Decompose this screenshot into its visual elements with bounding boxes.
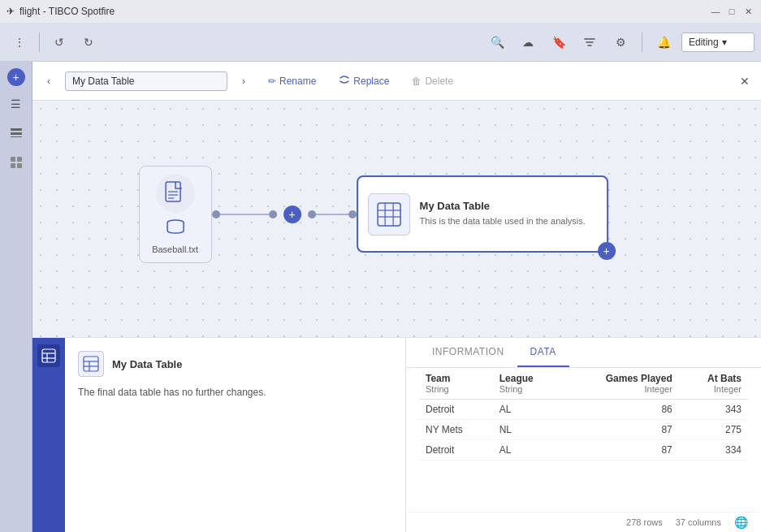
sidebar-data-btn[interactable] <box>5 151 28 174</box>
svg-rect-17 <box>42 349 55 362</box>
delete-label: Delete <box>425 76 453 87</box>
bottom-left-title: My Data Table <box>112 358 182 370</box>
dt-node-info: My Data Table This is the data table use… <box>420 200 597 227</box>
col-header-league: League String <box>493 368 562 400</box>
delete-button[interactable]: 🗑 Delete <box>404 72 461 90</box>
connector-dot-right <box>269 210 277 218</box>
col-header-at-bats: At Bats Integer <box>679 368 748 400</box>
svg-rect-0 <box>11 128 22 131</box>
connector-2 <box>308 214 357 215</box>
data-table-wrapper: Team String League String Games Played <box>406 368 761 512</box>
col-header-team: Team String <box>419 368 493 400</box>
connector2-dot-right <box>348 210 357 218</box>
panel-close-button[interactable]: ✕ <box>735 71 755 91</box>
cell-team-1: Detroit <box>419 400 493 420</box>
cell-games-2: 87 <box>562 420 679 440</box>
data-table-node[interactable]: My Data Table This is the data table use… <box>357 175 608 253</box>
row-count: 278 rows <box>626 517 663 527</box>
bottom-panel: My Data Table The final data table has n… <box>32 337 761 532</box>
col-count: 37 columns <box>676 517 721 527</box>
svg-rect-2 <box>11 136 22 137</box>
dt-node-icon <box>368 193 410 236</box>
toolbar: ⋮ ↺ ↻ 🔍 ☁ 🔖 ⚙ 🔔 Editing ▾ <box>0 23 761 62</box>
app-icon: ✈ <box>6 6 15 17</box>
flow-container: Baseball.txt + <box>139 166 608 263</box>
source-node[interactable]: Baseball.txt <box>139 166 212 263</box>
left-action-btn-table[interactable] <box>37 344 60 367</box>
table-row: Detroit AL 86 343 <box>419 400 748 420</box>
cell-league-2: NL <box>493 420 562 440</box>
content-area: ‹ › ✏ Rename Replace 🗑 Delete ✕ <box>32 62 761 532</box>
app-title: flight - TIBCO Spotfire <box>19 6 709 17</box>
filter-button[interactable] <box>577 29 603 55</box>
globe-icon[interactable]: 🌐 <box>734 516 748 529</box>
minimize-button[interactable]: — <box>709 5 722 18</box>
left-sidebar: + ☰ <box>0 62 32 532</box>
redo-button[interactable]: ↻ <box>76 29 102 55</box>
breadcrumb-input[interactable] <box>65 71 227 91</box>
toolbar-divider-2 <box>642 32 642 52</box>
replace-button[interactable]: Replace <box>331 71 397 91</box>
bottom-left-header: My Data Table <box>78 351 392 377</box>
rename-button[interactable]: ✏ Rename <box>260 72 324 90</box>
svg-rect-6 <box>17 163 22 168</box>
table-row: Detroit AL 87 334 <box>419 440 748 461</box>
close-button[interactable]: ✕ <box>742 5 755 18</box>
bottom-left-table-icon <box>78 351 104 377</box>
cell-league-3: AL <box>493 440 562 461</box>
svg-rect-5 <box>11 163 15 168</box>
main-layout: + ☰ ‹ › ✏ Rename <box>0 62 761 532</box>
table-header-row: Team String League String Games Played <box>419 368 748 400</box>
left-action-bar <box>32 338 65 532</box>
maximize-button[interactable]: □ <box>725 5 738 18</box>
nav-back-button[interactable]: ‹ <box>39 71 58 91</box>
data-panel-header: ‹ › ✏ Rename Replace 🗑 Delete ✕ <box>32 62 761 101</box>
data-tabs: INFORMATION DATA <box>406 338 761 368</box>
dt-node-description: This is the data table used in the analy… <box>420 215 597 227</box>
search-button[interactable]: 🔍 <box>484 29 510 55</box>
col-header-games-played: Games Played Integer <box>562 368 679 400</box>
cell-games-3: 87 <box>562 440 679 461</box>
cell-atbats-1: 343 <box>679 400 748 420</box>
connector2-dot-left <box>308 210 316 218</box>
dt-node-add-button[interactable]: + <box>598 242 616 260</box>
replace-label: Replace <box>353 76 389 87</box>
dropdown-chevron: ▾ <box>722 37 727 48</box>
svg-rect-1 <box>11 132 22 135</box>
tab-data[interactable]: DATA <box>517 338 569 367</box>
cell-atbats-3: 334 <box>679 440 748 461</box>
rename-icon: ✏ <box>268 76 276 87</box>
bookmark-button[interactable]: 🔖 <box>546 29 572 55</box>
data-footer: 278 rows 37 columns 🌐 <box>406 512 761 532</box>
svg-rect-4 <box>17 157 22 162</box>
connector-line <box>220 214 269 215</box>
title-bar: ✈ flight - TIBCO Spotfire — □ ✕ <box>0 0 761 23</box>
delete-icon: 🗑 <box>412 76 422 87</box>
cloud-button[interactable]: ☁ <box>515 29 541 55</box>
connector-dot-left <box>212 210 220 218</box>
replace-icon <box>339 74 350 88</box>
svg-rect-3 <box>11 157 15 162</box>
nav-forward-button[interactable]: › <box>234 71 253 91</box>
data-table: Team String League String Games Played <box>419 368 748 461</box>
connector-1 <box>212 214 277 215</box>
alert-button[interactable]: 🔔 <box>651 29 677 55</box>
bottom-left-panel: My Data Table The final data table has n… <box>65 338 406 532</box>
source-node-file-icon <box>156 174 195 213</box>
cell-atbats-2: 275 <box>679 420 748 440</box>
add-button[interactable]: + <box>7 68 25 86</box>
sidebar-layers-btn[interactable] <box>5 122 28 145</box>
add-flow-node-button[interactable]: + <box>283 205 301 223</box>
tab-information[interactable]: INFORMATION <box>419 338 517 367</box>
svg-rect-12 <box>378 203 400 226</box>
undo-button[interactable]: ↺ <box>46 29 72 55</box>
toolbar-right: 🔍 ☁ 🔖 ⚙ 🔔 Editing ▾ <box>484 29 755 55</box>
toolbar-divider-1 <box>39 32 40 52</box>
cell-league-1: AL <box>493 400 562 420</box>
source-node-db-icon <box>166 219 185 238</box>
menu-button[interactable]: ⋮ <box>6 29 32 55</box>
editing-dropdown[interactable]: Editing ▾ <box>681 32 755 52</box>
settings-button[interactable]: ⚙ <box>608 29 633 55</box>
dt-node-title: My Data Table <box>420 200 597 212</box>
sidebar-menu-btn[interactable]: ☰ <box>5 93 28 115</box>
